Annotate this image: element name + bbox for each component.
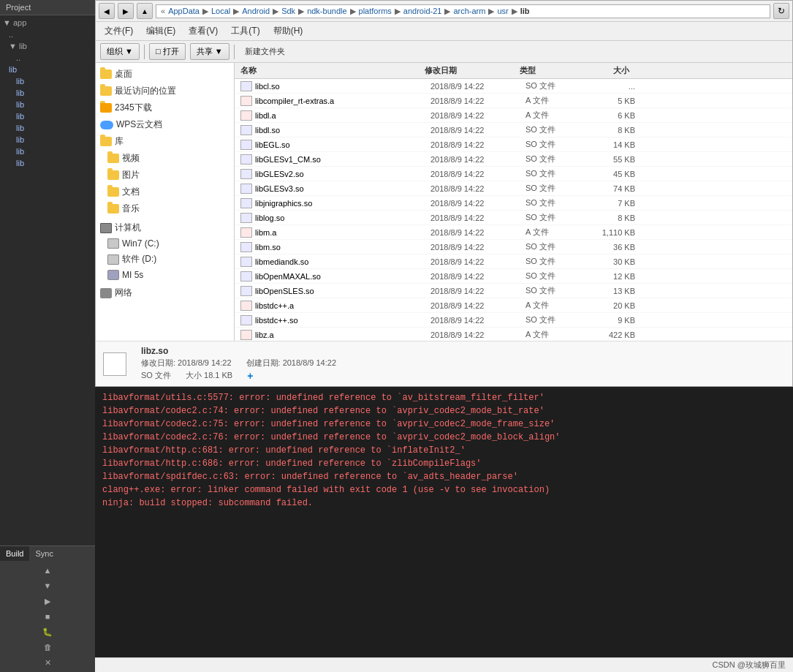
nav-item-download[interactable]: 2345下载 [96,99,234,116]
nav-item-network[interactable]: 网络 [96,282,234,301]
file-date-2: 2018/8/9 14:22 [430,111,525,120]
nav-item-mi[interactable]: MI 5s [96,268,234,282]
folder-icon-pictures [107,170,119,180]
file-size-5: 55 KB [584,155,642,164]
file-type-15: A 文件 [525,300,584,311]
menu-edit[interactable]: 编辑(E) [140,23,181,39]
file-name-6: libGLESv2.so [255,170,430,178]
file-row-10[interactable]: libm.a 2018/8/9 14:22 A 文件 1,110 KB [235,225,792,240]
ide-tree-lib4[interactable]: lib [0,99,95,110]
organize-button[interactable]: 组织 ▼ [100,43,140,60]
path-part-usr[interactable]: usr [497,7,508,15]
ide-tree-dot2[interactable]: .. [0,52,95,64]
file-row-17[interactable]: libz.a 2018/8/9 14:22 A 文件 422 KB [235,328,792,341]
address-path[interactable]: « AppData ▶ Local ▶ Android ▶ Sdk ▶ ndk-… [156,4,770,18]
ide-tree-dot1[interactable]: .. [0,29,95,40]
path-part-android21[interactable]: android-21 [403,7,442,15]
file-row-15[interactable]: libstdc++.a 2018/8/9 14:22 A 文件 20 KB [235,298,792,313]
file-row-14[interactable]: libOpenSLES.so 2018/8/9 14:22 SO 文件 13 K… [235,284,792,298]
side-icon-stop[interactable]: ■ [41,610,54,623]
ide-tree-lib9[interactable]: lib [0,157,95,169]
nav-item-computer[interactable]: 计算机 [96,217,234,236]
file-row-8[interactable]: libjnigraphics.so 2018/8/9 14:22 SO 文件 7… [235,196,792,211]
file-name-16: libstdc++.so [255,316,430,325]
nav-item-pictures[interactable]: 图片 [96,167,234,184]
file-row-7[interactable]: libGLESv3.so 2018/8/9 14:22 SO 文件 74 KB [235,181,792,196]
path-part-arch[interactable]: arch-arm [453,7,485,15]
file-type-3: SO 文件 [525,124,584,135]
file-info-meta: 修改日期: 2018/8/9 14:22 创建日期: 2018/8/9 14:2… [141,358,336,369]
file-info-plus[interactable]: + [247,370,253,382]
nav-item-desktop[interactable]: 桌面 [96,66,234,83]
path-part-platforms[interactable]: platforms [359,7,392,15]
nav-item-library[interactable]: 库 [96,133,234,150]
side-icon-close[interactable]: ✕ [41,656,54,669]
file-list: 名称 修改日期 类型 大小 libcl.so 2018/8/9 14:22 SO… [235,63,792,341]
nav-item-wps[interactable]: WPS云文档 [96,116,234,133]
file-row-5[interactable]: libGLESv1_CM.so 2018/8/9 14:22 SO 文件 55 … [235,152,792,167]
nav-item-music[interactable]: 音乐 [96,200,234,217]
path-part-local[interactable]: Local [211,7,230,15]
menu-view[interactable]: 查看(V) [183,23,224,39]
menu-tools[interactable]: 工具(T) [225,23,265,39]
side-icon-down[interactable]: ▼ [41,579,54,592]
side-icon-bug[interactable]: 🐛 [41,625,54,638]
menu-help[interactable]: 帮助(H) [268,23,309,39]
header-date[interactable]: 修改日期 [425,65,520,76]
path-part-ndk[interactable]: ndk-bundle [307,7,346,15]
share-button[interactable]: 共享 ▼ [190,43,229,60]
header-type[interactable]: 类型 [520,65,578,76]
file-row-1[interactable]: libcompiler_rt-extras.a 2018/8/9 14:22 A… [235,94,792,108]
path-sep-4: ▶ [298,7,304,16]
folder-icon-music [107,204,119,214]
file-row-0[interactable]: libcl.so 2018/8/9 14:22 SO 文件 ... [235,79,792,94]
ide-tree-lib6[interactable]: lib [0,122,95,134]
file-row-6[interactable]: libGLESv2.so 2018/8/9 14:22 SO 文件 45 KB [235,167,792,181]
header-name[interactable]: 名称 [235,65,425,76]
up-button[interactable]: ▲ [137,3,153,19]
ide-tree-lib2[interactable]: lib [0,75,95,87]
path-part-appdata[interactable]: AppData [168,7,200,15]
side-icon-run[interactable]: ▶ [41,594,54,608]
file-date-4: 2018/8/9 14:22 [430,140,525,149]
nav-item-recent[interactable]: 最近访问的位置 [96,83,234,99]
ide-tree-lib5[interactable]: lib [0,110,95,122]
file-row-13[interactable]: libOpenMAXAL.so 2018/8/9 14:22 SO 文件 12 … [235,269,792,284]
path-part-sdk[interactable]: Sdk [281,7,295,15]
side-icon-up[interactable]: ▲ [41,564,54,577]
tab-sync[interactable]: Sync [29,546,58,561]
ide-tree-app[interactable]: ▼ app [0,17,95,29]
ide-tree-lib1[interactable]: lib [0,64,95,75]
file-row-3[interactable]: libdl.so 2018/8/9 14:22 SO 文件 8 KB [235,123,792,137]
header-size[interactable]: 大小 [578,65,637,76]
file-row-2[interactable]: libdl.a 2018/8/9 14:22 A 文件 6 KB [235,108,792,123]
path-part-android[interactable]: Android [242,7,270,15]
ide-tree-lib8[interactable]: lib [0,146,95,157]
forward-button[interactable]: ▶ [118,3,134,19]
open-button[interactable]: □ 打开 [149,43,186,60]
nav-item-c-drive[interactable]: Win7 (C:) [96,236,234,251]
path-part-lib[interactable]: lib [520,7,530,15]
file-info-created-label: 创建日期: 2018/8/9 14:22 [246,358,337,369]
menu-file[interactable]: 文件(F) [99,23,139,39]
file-row-16[interactable]: libstdc++.so 2018/8/9 14:22 SO 文件 9 KB [235,313,792,328]
nav-item-docs[interactable]: 文档 [96,184,234,200]
new-folder-button[interactable]: 新建文件夹 [239,44,291,59]
ide-tree-lib3[interactable]: lib [0,87,95,99]
back-button[interactable]: ◀ [99,3,115,19]
file-row-9[interactable]: liblog.so 2018/8/9 14:22 SO 文件 8 KB [235,211,792,225]
file-name-7: libGLESv3.so [255,184,430,193]
path-sep-1: ▶ [202,7,208,16]
file-icon-14 [240,286,252,296]
refresh-button[interactable]: ↻ [773,3,789,19]
file-row-11[interactable]: libm.so 2018/8/9 14:22 SO 文件 36 KB [235,240,792,254]
ide-tree-lib-folder[interactable]: ▼ lib [0,40,95,52]
tab-build[interactable]: Build [0,546,29,561]
file-row-12[interactable]: libmediandk.so 2018/8/9 14:22 SO 文件 30 K… [235,254,792,269]
side-icon-trash[interactable]: 🗑 [41,641,54,654]
nav-item-video[interactable]: 视频 [96,150,234,167]
file-row-4[interactable]: libEGL.so 2018/8/9 14:22 SO 文件 14 KB [235,137,792,152]
ide-tree-lib7[interactable]: lib [0,134,95,146]
nav-item-d-drive[interactable]: 软件 (D:) [96,251,234,268]
file-type-0: SO 文件 [525,80,584,91]
